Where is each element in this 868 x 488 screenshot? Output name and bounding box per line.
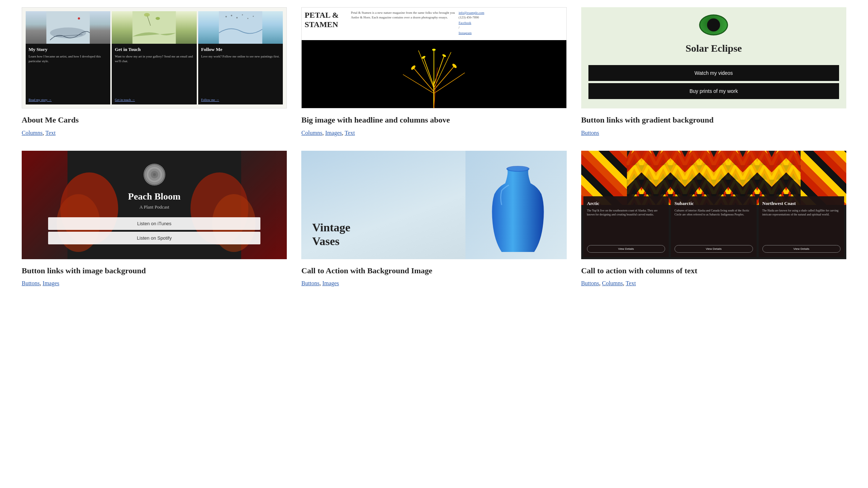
listen-itunes-button[interactable]: Listen on iTunes: [48, 217, 260, 230]
panel-3-content: Follow Me Love my work? Follow me online…: [198, 44, 283, 104]
cta-col-arctic: Arctic The Yup'ik live on the southeaste…: [583, 196, 669, 257]
panel-3-link[interactable]: Follow me →: [201, 98, 280, 102]
tag-buttons-4[interactable]: Buttons: [581, 280, 599, 286]
podcast-title: Peach Bloom: [128, 191, 180, 202]
big-image-main: [302, 40, 566, 108]
cta-col-subarctic-text: Cultures of interior Alaska and Canada l…: [675, 209, 753, 242]
panel-2-text: Want to show my art in your gallery? Sen…: [115, 54, 193, 97]
card-gradient-title: Button links with gradient background: [581, 115, 846, 125]
svg-point-9: [225, 16, 227, 17]
podcast-disc: [144, 164, 165, 185]
subarctic-view-details-button[interactable]: View Details: [675, 245, 753, 253]
svg-point-1: [50, 27, 86, 38]
big-image-col-1: Petal & Stamen is a new nature magazine …: [351, 10, 456, 37]
arctic-view-details-button[interactable]: View Details: [587, 245, 665, 253]
col2-facebook[interactable]: Facebook: [459, 21, 563, 25]
svg-point-12: [242, 14, 243, 16]
tag-buttons-2[interactable]: Buttons: [22, 280, 40, 286]
col2-instagram[interactable]: Instagram: [459, 31, 563, 35]
card-about-me-tags: Columns, Text: [22, 130, 287, 136]
podcast-subtitle: A Plant Podcast: [139, 204, 169, 210]
tag-columns-3[interactable]: Columns: [602, 280, 623, 286]
cta-col-arctic-title: Arctic: [587, 201, 665, 206]
tag-columns-2[interactable]: Columns: [301, 130, 322, 136]
tag-columns[interactable]: Columns: [22, 130, 43, 136]
eclipse-icon: [699, 14, 728, 35]
eclipse-title: Solar Eclipse: [685, 43, 742, 54]
tag-buttons[interactable]: Buttons: [581, 130, 599, 136]
card-vases: VintageVases Call to Action with Backgro…: [301, 151, 566, 287]
svg-point-6: [144, 13, 150, 17]
card-podcast: Peach Bloom A Plant Podcast Listen on iT…: [22, 151, 287, 287]
svg-point-7: [156, 17, 160, 20]
watch-videos-button[interactable]: Watch my videos: [588, 65, 839, 81]
northwest-view-details-button[interactable]: View Details: [762, 245, 841, 253]
listen-spotify-button[interactable]: Listen on Spotify: [48, 232, 260, 244]
card-podcast-title: Button links with image background: [22, 266, 287, 276]
tag-buttons-3[interactable]: Buttons: [301, 280, 319, 286]
vases-text-overlay: VintageVases: [312, 221, 350, 248]
cta-cols-content: Arctic The Yup'ik live on the southeaste…: [581, 194, 846, 259]
panel-3-text: Love my work? Follow me online to see ne…: [201, 54, 280, 97]
panel-1-title: My Story: [29, 47, 107, 52]
svg-point-47: [508, 167, 528, 171]
tag-images[interactable]: Images: [325, 130, 342, 136]
card-big-image: PETAL & STAMEN Petal & Stamen is a new n…: [301, 7, 566, 136]
gradient-preview: Solar Eclipse Watch my videos Buy prints…: [581, 7, 846, 108]
panel-1-link[interactable]: Read my story →: [29, 98, 107, 102]
podcast-preview: Peach Bloom A Plant Podcast Listen on iT…: [22, 151, 287, 259]
cta-col-subarctic: Subarctic Cultures of interior Alaska an…: [671, 196, 756, 257]
cta-cols-preview: Arctic The Yup'ik live on the southeaste…: [581, 151, 846, 259]
col2-email[interactable]: info@example.com: [459, 11, 484, 14]
buy-prints-button[interactable]: Buy prints of my work: [588, 83, 839, 99]
panel-2-title: Get in Touch: [115, 47, 193, 52]
cta-col-northwest-title: Northwest Coast: [762, 201, 841, 206]
svg-point-31: [432, 49, 436, 51]
panel-1-text: Learn how I became an artist, and how I …: [29, 54, 107, 97]
card-gradient-tags: Buttons: [581, 130, 846, 136]
svg-point-41: [153, 173, 156, 176]
about-me-preview: My Story Learn how I became an artist, a…: [22, 7, 287, 108]
big-image-preview: PETAL & STAMEN Petal & Stamen is a new n…: [301, 7, 566, 108]
col2-phone: (123) 456-7890: [459, 15, 563, 20]
svg-point-10: [231, 15, 232, 16]
panel-3-image: [198, 11, 283, 44]
card-gradient: Solar Eclipse Watch my videos Buy prints…: [581, 7, 846, 136]
tag-text[interactable]: Text: [46, 130, 56, 136]
big-image-columns: Petal & Stamen is a new nature magazine …: [351, 10, 563, 37]
panel-2-image: [112, 11, 196, 44]
tag-text-2[interactable]: Text: [345, 130, 355, 136]
card-vases-tags: Buttons, Images: [301, 280, 566, 287]
vases-preview: VintageVases: [301, 151, 566, 259]
cta-col-arctic-text: The Yup'ik live on the southeastern coas…: [587, 209, 665, 242]
svg-point-11: [236, 17, 238, 18]
big-image-headline-text: PETAL & STAMEN: [305, 10, 348, 37]
tag-text-3[interactable]: Text: [626, 280, 636, 286]
cta-col-subarctic-title: Subarctic: [675, 201, 753, 206]
panel-3-title: Follow Me: [201, 47, 280, 52]
card-cta-columns-tags: Buttons, Columns, Text: [581, 280, 846, 287]
cta-col-northwest-text: The Haida are known for using a shale ca…: [762, 209, 841, 242]
svg-point-14: [253, 16, 254, 17]
card-about-me-title: About Me Cards: [22, 115, 287, 125]
eclipse-center: [707, 18, 720, 31]
panel-2-content: Get in Touch Want to show my art in your…: [112, 44, 196, 104]
tag-images-2[interactable]: Images: [43, 280, 59, 286]
card-big-image-tags: Columns, Images, Text: [301, 130, 566, 136]
card-cta-columns: Arctic The Yup'ik live on the southeaste…: [581, 151, 846, 287]
svg-point-13: [247, 18, 248, 19]
big-image-col-2: info@example.com (123) 456-7890 Facebook…: [459, 10, 563, 37]
svg-rect-4: [133, 11, 176, 44]
card-big-image-title: Big image with headline and columns abov…: [301, 115, 566, 125]
card-cta-columns-title: Call to action with columns of text: [581, 266, 846, 276]
svg-point-3: [78, 17, 80, 20]
panel-1-image: [26, 11, 110, 44]
card-about-me: My Story Learn how I became an artist, a…: [22, 7, 287, 136]
panel-2-link[interactable]: Get in touch →: [115, 98, 193, 102]
main-grid: My Story Learn how I became an artist, a…: [0, 0, 868, 308]
tag-images-3[interactable]: Images: [322, 280, 339, 286]
cta-col-northwest: Northwest Coast The Haida are known for …: [759, 196, 844, 257]
svg-rect-8: [219, 11, 262, 44]
big-image-top: PETAL & STAMEN Petal & Stamen is a new n…: [302, 8, 566, 40]
card-podcast-tags: Buttons, Images: [22, 280, 287, 287]
